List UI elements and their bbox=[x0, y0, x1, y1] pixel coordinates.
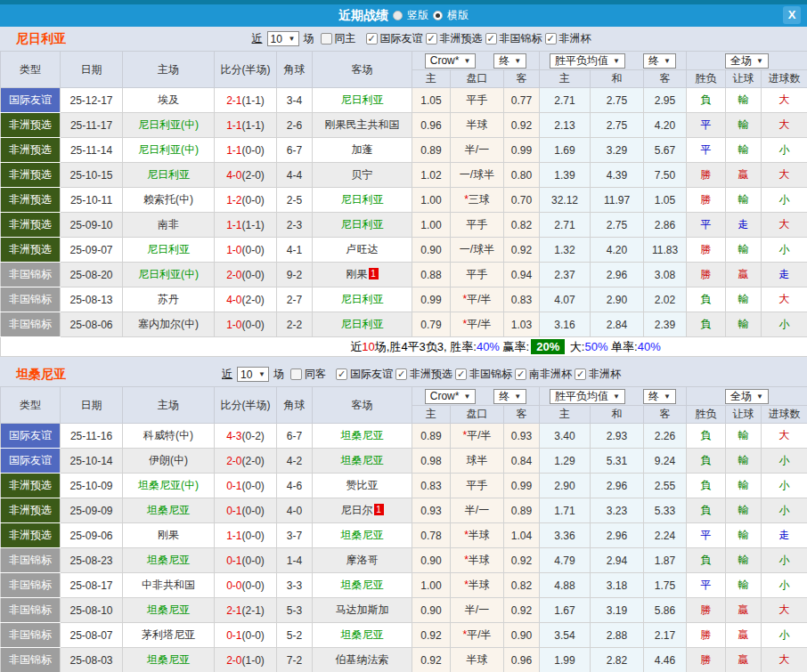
handicap-result-cell: 輸 bbox=[726, 238, 762, 263]
full-time-score: 4-3 bbox=[226, 430, 241, 442]
comp-label[interactable]: 非国锦标 bbox=[500, 31, 542, 46]
away-odds: 0.83 bbox=[504, 287, 540, 312]
away-team-cell: 卢旺达 bbox=[313, 238, 412, 263]
col-header-corner: 角球 bbox=[277, 387, 313, 424]
vertical-layout-label[interactable]: 竖版 bbox=[407, 8, 428, 23]
home-odds: 0.78 bbox=[412, 523, 451, 548]
comp-checkbox-south-afcon[interactable] bbox=[515, 368, 526, 380]
comp-checkbox-afcon[interactable] bbox=[545, 33, 557, 45]
bookmaker-select[interactable]: Crow*▼ bbox=[425, 389, 477, 404]
handicap-cell: 半/一 bbox=[451, 498, 504, 523]
comp-label[interactable]: 南非洲杯 bbox=[529, 367, 572, 382]
handicap-result-cell: 輸 bbox=[726, 498, 762, 523]
away-team-cell: 摩洛哥 bbox=[313, 548, 412, 573]
comp-label[interactable]: 非洲杯 bbox=[559, 31, 591, 46]
horizontal-layout-radio[interactable] bbox=[433, 11, 443, 20]
comp-checkbox-championship[interactable] bbox=[455, 368, 467, 380]
comp-label[interactable]: 国际友谊 bbox=[380, 31, 423, 46]
odds-time-select[interactable]: 终▼ bbox=[493, 53, 526, 69]
competition-type-badge: 非洲预选 bbox=[1, 498, 61, 523]
goals-result-cell: 大 bbox=[762, 598, 807, 623]
period-select-value: 全场 bbox=[730, 389, 752, 404]
home-team-cell: 坦桑尼亚 bbox=[123, 548, 215, 573]
comp-checkbox-afcon[interactable] bbox=[575, 368, 586, 380]
goals-result-cell: 大 bbox=[762, 287, 807, 312]
avg-home-odds: 1.67 bbox=[540, 598, 591, 623]
comp-label[interactable]: 非洲预选 bbox=[440, 31, 483, 46]
corner-score: 4-6 bbox=[277, 474, 313, 498]
avg-draw-odds: 3.29 bbox=[591, 138, 644, 163]
full-time-score: 2-1 bbox=[226, 94, 241, 107]
sub-header-avg-home: 主 bbox=[540, 70, 591, 88]
away-team-name: 尼日利亚 bbox=[341, 93, 384, 106]
avg-time-select[interactable]: 终▼ bbox=[643, 389, 676, 404]
match-row: 非国锦标25-08-23坦桑尼亚0-1(0-0)1-4摩洛哥0.90*半球0.9… bbox=[1, 548, 807, 573]
summary-row: 近10场,胜4平3负3, 胜率:40% 赢率:20% 大:50% 单率:40% bbox=[1, 337, 807, 357]
home-team-cell: 坦桑尼亚 bbox=[123, 498, 215, 523]
comp-checkbox-qualifier[interactable] bbox=[426, 33, 437, 45]
corner-score: 4-2 bbox=[277, 449, 313, 474]
away-team-cell: 尼日尔1 bbox=[313, 498, 412, 523]
comp-checkbox-qualifier[interactable] bbox=[395, 368, 407, 380]
period-select[interactable]: 全场▼ bbox=[725, 53, 769, 69]
near-label[interactable]: 近 bbox=[222, 367, 232, 382]
sub-header-handicap-result: 让球 bbox=[726, 406, 762, 424]
period-select[interactable]: 全场▼ bbox=[725, 389, 769, 404]
corner-score: 3-3 bbox=[277, 573, 313, 598]
comp-label[interactable]: 非洲预选 bbox=[410, 367, 452, 382]
odds-time-select[interactable]: 终▼ bbox=[493, 389, 526, 404]
score-cell: 2-1(1-1) bbox=[215, 88, 277, 113]
comp-label[interactable]: 国际友谊 bbox=[350, 367, 393, 382]
goals-result-cell: 小 bbox=[762, 548, 807, 573]
match-count-select[interactable]: 10▼ bbox=[267, 31, 299, 46]
bookmaker-select[interactable]: Crow*▼ bbox=[425, 53, 477, 69]
full-time-score: 2-0 bbox=[226, 455, 241, 467]
home-team-name: 坦桑尼亚 bbox=[147, 653, 190, 666]
sub-header-result: 胜负 bbox=[687, 406, 726, 424]
same-home-label[interactable]: 同主 bbox=[335, 31, 356, 46]
same-away-checkbox[interactable] bbox=[290, 368, 302, 380]
avg-away-odds: 3.08 bbox=[644, 263, 687, 287]
match-count-select[interactable]: 10▼ bbox=[237, 367, 269, 382]
handicap-value: 平手 bbox=[467, 479, 488, 491]
home-odds: 0.89 bbox=[412, 138, 451, 163]
away-odds: 1.04 bbox=[504, 523, 540, 548]
avg-select[interactable]: 胜平负均值▼ bbox=[550, 53, 625, 69]
chevron-down-icon: ▼ bbox=[613, 57, 620, 65]
handicap-cell: *平/半 bbox=[451, 287, 504, 312]
fulltime-header-group: 全场▼ bbox=[687, 52, 807, 70]
sub-header-result: 胜负 bbox=[687, 70, 726, 88]
away-team-cell: 尼日利亚 bbox=[313, 213, 412, 238]
avg-time-select[interactable]: 终▼ bbox=[643, 53, 676, 69]
close-icon[interactable]: X bbox=[783, 6, 801, 24]
competition-type-badge: 非洲预选 bbox=[1, 163, 61, 188]
handicap-result-cell: 輸 bbox=[726, 424, 762, 449]
comp-label[interactable]: 非洲杯 bbox=[589, 367, 621, 382]
away-odds: 0.90 bbox=[504, 623, 540, 648]
home-team-cell: 尼日利亚(中) bbox=[123, 138, 215, 163]
score-cell: 0-0(0-0) bbox=[215, 573, 277, 598]
handicap-result-cell: 輸 bbox=[726, 573, 762, 598]
comp-checkbox-championship[interactable] bbox=[485, 33, 497, 45]
avg-draw-odds: 4.39 bbox=[591, 163, 644, 188]
vertical-layout-radio[interactable] bbox=[393, 11, 403, 20]
window-title: 近期战绩 bbox=[338, 8, 388, 24]
comp-checkbox-friendly[interactable] bbox=[366, 33, 378, 45]
goals-result-cell: 小 bbox=[762, 449, 807, 474]
horizontal-layout-label[interactable]: 横版 bbox=[447, 8, 469, 23]
handicap-cell: *半球 bbox=[451, 523, 504, 548]
comp-checkbox-friendly[interactable] bbox=[336, 368, 347, 380]
match-row: 非国锦标25-08-03坦桑尼亚2-0(1-0)7-2伯基纳法索0.92半球0.… bbox=[1, 648, 807, 672]
near-label[interactable]: 近 bbox=[252, 31, 263, 46]
comp-label[interactable]: 非国锦标 bbox=[469, 367, 512, 382]
away-odds: 0.82 bbox=[504, 213, 540, 238]
same-home-checkbox[interactable] bbox=[321, 33, 332, 45]
home-team-cell: 坦桑尼亚 bbox=[123, 598, 215, 623]
home-team-cell: 苏丹 bbox=[123, 287, 215, 312]
chevron-down-icon: ▼ bbox=[664, 393, 671, 401]
match-count-value: 10 bbox=[271, 33, 282, 45]
sub-header-goals: 进球数 bbox=[762, 70, 807, 88]
same-away-label[interactable]: 同客 bbox=[305, 367, 326, 382]
handicap-value: 平/半 bbox=[467, 429, 491, 441]
avg-select[interactable]: 胜平负均值▼ bbox=[550, 389, 625, 404]
